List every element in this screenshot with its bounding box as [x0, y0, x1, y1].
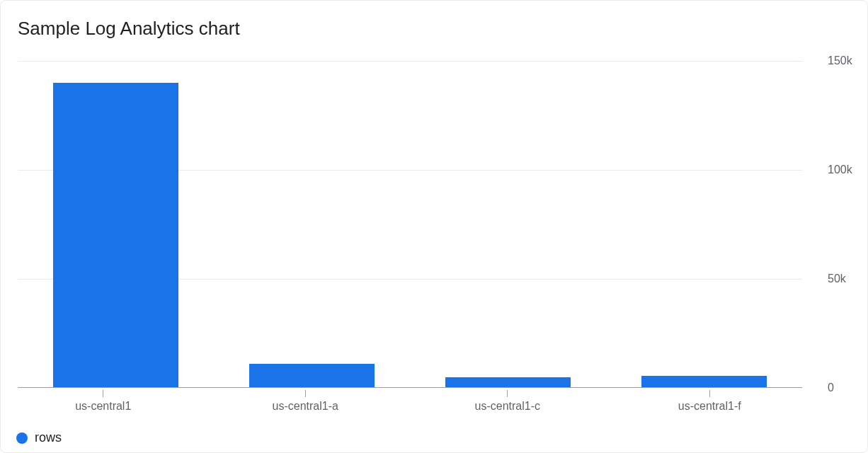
- x-tick-mark: [103, 390, 103, 397]
- y-tick-label: 150k: [828, 55, 852, 67]
- bar[interactable]: [445, 377, 571, 388]
- bar[interactable]: [249, 364, 375, 388]
- x-axis-line: [18, 387, 802, 388]
- legend: rows: [16, 430, 62, 445]
- x-ticks: us-central1us-central1-aus-central1-cus-…: [2, 390, 811, 413]
- x-tick-label: us-central1-a: [273, 400, 338, 413]
- x-tick: us-central1-c: [406, 390, 609, 413]
- chart-plot-area: 050k100k150k: [18, 61, 802, 388]
- legend-label: rows: [35, 430, 62, 445]
- y-tick-label: 100k: [828, 164, 852, 176]
- bar-slot: [18, 61, 214, 388]
- bar[interactable]: [53, 83, 178, 388]
- y-tick-label: 50k: [828, 273, 846, 285]
- x-tick-label: us-central1-c: [475, 400, 540, 413]
- bar-slot: [410, 61, 606, 388]
- legend-swatch-icon: [16, 432, 28, 444]
- x-tick: us-central1: [2, 390, 205, 413]
- x-tick: us-central1-a: [205, 390, 407, 413]
- bar-slot: [214, 61, 410, 388]
- bars-container: [18, 61, 802, 388]
- bar[interactable]: [641, 376, 767, 388]
- chart-card: Sample Log Analytics chart 050k100k150k …: [0, 0, 868, 453]
- x-tick-mark: [709, 390, 710, 397]
- y-tick-label: 0: [828, 382, 834, 394]
- x-tick-mark: [507, 390, 508, 397]
- x-tick-label: us-central1: [75, 400, 131, 413]
- x-tick: us-central1-f: [609, 390, 811, 413]
- bar-slot: [606, 61, 802, 388]
- x-tick-label: us-central1-f: [678, 400, 741, 413]
- chart-title: Sample Log Analytics chart: [18, 18, 859, 40]
- x-tick-mark: [305, 390, 306, 397]
